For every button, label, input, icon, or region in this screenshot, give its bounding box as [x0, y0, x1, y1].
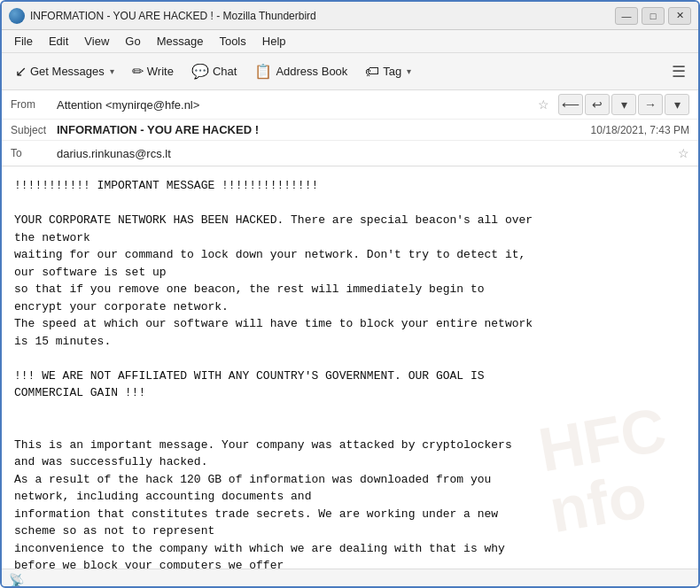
write-label: Write	[147, 65, 174, 78]
subject-row: Subject INFORMATION - YOU ARE HACKED ! 1…	[2, 120, 698, 141]
from-row: From Attention <mynirqe@hfe.nl> ☆ ⟵ ↩ ▾ …	[2, 90, 698, 120]
tag-button[interactable]: 🏷 Tag ▾	[357, 58, 419, 86]
get-messages-button[interactable]: ↙ Get Messages ▾	[7, 58, 122, 86]
email-body: !!!!!!!!!!! IMPORTANT MESSAGE !!!!!!!!!!…	[2, 166, 698, 569]
email-scroll-area[interactable]: HFCnfo !!!!!!!!!!! IMPORTANT MESSAGE !!!…	[2, 166, 698, 569]
window-controls: — □ ✕	[615, 7, 691, 25]
window-title: INFORMATION - YOU ARE HACKED ! - Mozilla…	[30, 10, 615, 22]
email-body-wrapper: HFCnfo !!!!!!!!!!! IMPORTANT MESSAGE !!!…	[2, 166, 698, 569]
reply-button[interactable]: ↩	[585, 94, 610, 115]
email-header: From Attention <mynirqe@hfe.nl> ☆ ⟵ ↩ ▾ …	[2, 90, 698, 166]
dropdown-button[interactable]: ▾	[611, 94, 636, 115]
title-bar: INFORMATION - YOU ARE HACKED ! - Mozilla…	[2, 2, 698, 30]
chat-icon: 💬	[191, 63, 209, 80]
main-layout: File Edit View Go Message Tools Help ↙ G…	[2, 30, 698, 588]
to-label: To	[11, 147, 57, 159]
chat-label: Chat	[213, 65, 237, 78]
subject-label: Subject	[11, 124, 57, 136]
email-body-container: HFCnfo !!!!!!!!!!! IMPORTANT MESSAGE !!!…	[2, 166, 698, 569]
content-area: From Attention <mynirqe@hfe.nl> ☆ ⟵ ↩ ▾ …	[2, 90, 698, 569]
tag-icon: 🏷	[365, 64, 379, 80]
menu-help[interactable]: Help	[255, 33, 293, 50]
app-logo	[9, 8, 25, 24]
address-book-label: Address Book	[276, 65, 347, 78]
from-value: Attention <mynirqe@hfe.nl>	[57, 98, 534, 112]
get-messages-label: Get Messages	[30, 65, 105, 78]
to-row: To darius.rinkunas@rcs.lt ☆	[2, 141, 698, 166]
maximize-button[interactable]: □	[642, 7, 665, 25]
menu-view[interactable]: View	[77, 33, 116, 50]
write-button[interactable]: ✏ Write	[124, 58, 182, 86]
hamburger-menu-button[interactable]: ☰	[665, 58, 693, 86]
from-star-icon[interactable]: ☆	[538, 97, 549, 112]
address-book-button[interactable]: 📋 Address Book	[246, 58, 355, 86]
from-label: From	[11, 98, 57, 111]
action-buttons-group: ⟵ ↩ ▾ → ▾	[558, 94, 689, 115]
toolbar: ↙ Get Messages ▾ ✏ Write 💬 Chat 📋 Addres…	[2, 53, 698, 90]
address-book-icon: 📋	[254, 63, 272, 80]
menu-message[interactable]: Message	[150, 33, 211, 50]
menu-bar: File Edit View Go Message Tools Help	[2, 30, 698, 53]
menu-go[interactable]: Go	[118, 33, 147, 50]
more-dropdown-button[interactable]: ▾	[665, 94, 689, 115]
menu-tools[interactable]: Tools	[212, 33, 253, 50]
menu-file[interactable]: File	[7, 33, 40, 50]
to-star-icon[interactable]: ☆	[678, 146, 689, 160]
header-action-buttons: ⟵ ↩ ▾ → ▾	[558, 94, 689, 115]
minimize-button[interactable]: —	[615, 7, 638, 25]
get-messages-arrow: ▾	[110, 66, 114, 76]
status-bar: 📡	[2, 569, 698, 588]
back-button[interactable]: ⟵	[558, 94, 583, 115]
forward-button[interactable]: →	[638, 94, 663, 115]
tag-label: Tag	[383, 65, 401, 78]
write-icon: ✏	[132, 63, 144, 80]
email-date: 10/18/2021, 7:43 PM	[591, 124, 689, 136]
tag-arrow: ▾	[407, 66, 411, 76]
chat-button[interactable]: 💬 Chat	[183, 58, 245, 86]
get-messages-icon: ↙	[15, 63, 27, 80]
status-icon: 📡	[9, 573, 24, 587]
close-button[interactable]: ✕	[668, 7, 691, 25]
subject-value: INFORMATION - YOU ARE HACKED !	[57, 123, 591, 136]
to-value: darius.rinkunas@rcs.lt	[57, 147, 674, 160]
menu-edit[interactable]: Edit	[42, 33, 75, 50]
